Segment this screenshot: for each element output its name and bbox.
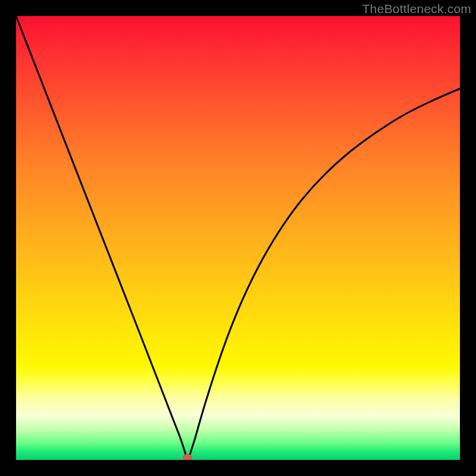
curve-svg xyxy=(16,16,460,460)
watermark-text: TheBottleneck.com xyxy=(362,2,471,16)
minimum-marker xyxy=(183,454,192,460)
chart-frame: TheBottleneck.com xyxy=(0,0,476,476)
plot-area xyxy=(16,16,460,460)
bottleneck-curve xyxy=(16,16,460,459)
